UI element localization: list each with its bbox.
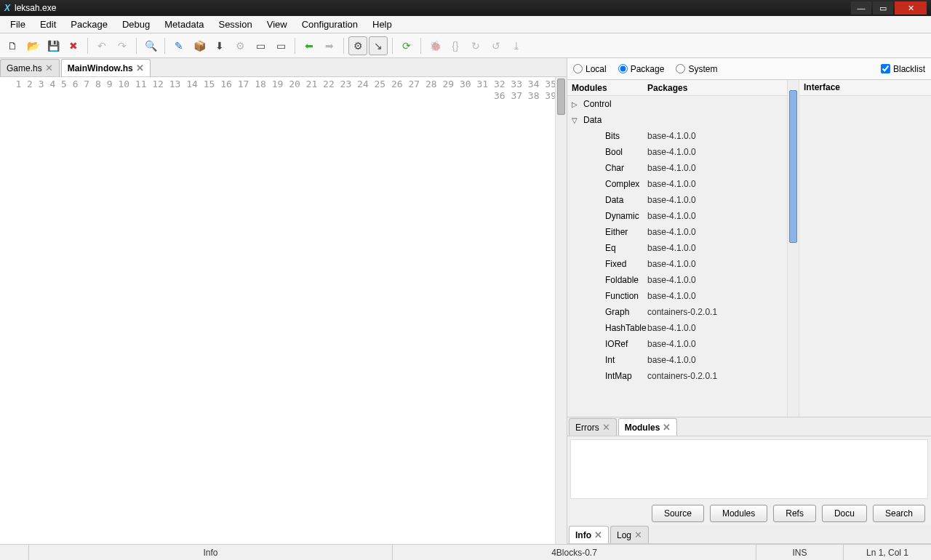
tree-row[interactable]: ▷Control	[567, 96, 787, 112]
close-button[interactable]: ✕	[895, 1, 927, 15]
stepout-icon[interactable]: ↺	[487, 36, 506, 55]
tree-row[interactable]: Boolbase-4.1.0.0	[567, 144, 787, 160]
status-info: Info	[29, 545, 393, 560]
toolbar: 🗋 📂 💾 ✖ ↶ ↷ 🔍 ✎ 📦 ⬇ ⚙ ▭ ▭ ⬅ ➡ ⚙ ↘ ⟳ 🐞 {}…	[0, 33, 931, 58]
step-icon[interactable]: {}	[446, 36, 465, 55]
tab-errors[interactable]: Errors✕	[569, 418, 617, 436]
tree-row[interactable]: Graphcontainers-0.2.0.1	[567, 304, 787, 320]
tree-row[interactable]: Dynamicbase-4.1.0.0	[567, 208, 787, 224]
tree-row[interactable]: Foldablebase-4.1.0.0	[567, 272, 787, 288]
open-file-icon[interactable]: 📂	[23, 36, 42, 55]
forward-icon[interactable]: ➡	[320, 36, 339, 55]
continue-icon[interactable]: ⤓	[507, 36, 526, 55]
gear1-icon[interactable]: ⚙	[348, 36, 367, 55]
tree-row[interactable]: Eqbase-4.1.0.0	[567, 240, 787, 256]
module-tree[interactable]: ModulesPackages ▷Control▽DataBitsbase-4.…	[567, 80, 787, 417]
maximize-button[interactable]: ▭	[873, 1, 893, 15]
menu-help[interactable]: Help	[365, 17, 399, 31]
editor-scrollbar[interactable]	[555, 77, 567, 544]
app-icon: X	[4, 3, 10, 13]
stepover-icon[interactable]: ↻	[466, 36, 485, 55]
run-icon[interactable]: ⚙	[231, 36, 249, 55]
search-icon[interactable]: 🔍	[141, 36, 160, 55]
save-icon[interactable]: 💾	[44, 36, 63, 55]
doc-icon[interactable]: ▭	[251, 36, 270, 55]
title-bar: X leksah.exe — ▭ ✕	[0, 0, 931, 16]
tree-row[interactable]: Database-4.1.0.0	[567, 192, 787, 208]
config-icon[interactable]: ▭	[271, 36, 290, 55]
menu-bar: File Edit Package Debug Metadata Session…	[0, 16, 931, 33]
scope-package[interactable]: Package	[618, 64, 665, 74]
menu-view[interactable]: View	[260, 17, 295, 31]
clean-icon[interactable]: ✎	[169, 36, 188, 55]
debug-icon[interactable]: 🐞	[425, 36, 444, 55]
refresh-icon[interactable]: ⟳	[397, 36, 416, 55]
back-icon[interactable]: ⬅	[300, 36, 319, 55]
search-button[interactable]: Search	[873, 505, 925, 522]
gear2-icon[interactable]: ↘	[369, 36, 388, 55]
info-panel	[570, 439, 928, 499]
tree-row[interactable]: Complexbase-4.1.0.0	[567, 176, 787, 192]
tree-row[interactable]: Charbase-4.1.0.0	[567, 160, 787, 176]
close-icon[interactable]: ✕	[634, 529, 642, 540]
undo-icon[interactable]: ↶	[92, 36, 111, 55]
tree-row[interactable]: IORefbase-4.1.0.0	[567, 336, 787, 352]
close-file-icon[interactable]: ✖	[64, 36, 83, 55]
blacklist-check[interactable]: Blacklist	[881, 64, 925, 74]
status-ins: INS	[756, 545, 844, 560]
scope-filter: Local Package System Blacklist	[567, 58, 931, 80]
menu-debug[interactable]: Debug	[115, 17, 157, 31]
tree-row[interactable]: Functionbase-4.1.0.0	[567, 288, 787, 304]
menu-edit[interactable]: Edit	[33, 17, 63, 31]
menu-session[interactable]: Session	[211, 17, 259, 31]
menu-package[interactable]: Package	[63, 17, 115, 31]
package-icon[interactable]: 📦	[190, 36, 209, 55]
tree-row[interactable]: ▽Data	[567, 112, 787, 128]
close-icon[interactable]: ✕	[663, 422, 671, 433]
status-package: 4Blocks-0.7	[393, 545, 756, 560]
source-button[interactable]: Source	[652, 505, 704, 522]
menu-file[interactable]: File	[3, 17, 33, 31]
tree-row[interactable]: Eitherbase-4.1.0.0	[567, 224, 787, 240]
menu-configuration[interactable]: Configuration	[295, 17, 365, 31]
scope-local[interactable]: Local	[573, 64, 607, 74]
redo-icon[interactable]: ↷	[113, 36, 132, 55]
refs-button[interactable]: Refs	[773, 505, 816, 522]
tab-game[interactable]: Game.hs✕	[0, 59, 60, 76]
close-icon[interactable]: ✕	[602, 422, 610, 433]
menu-metadata[interactable]: Metadata	[157, 17, 211, 31]
close-icon[interactable]: ✕	[45, 63, 53, 73]
docu-button[interactable]: Docu	[822, 505, 867, 522]
tree-row[interactable]: HashTablebase-4.1.0.0	[567, 320, 787, 336]
close-icon[interactable]: ✕	[594, 529, 602, 540]
status-position: Ln 1, Col 1	[844, 545, 931, 560]
tab-modules[interactable]: Modules✕	[618, 418, 678, 436]
close-icon[interactable]: ✕	[136, 63, 144, 73]
tab-log[interactable]: Log✕	[610, 526, 649, 543]
build-icon[interactable]: ⬇	[210, 36, 229, 55]
tree-row[interactable]: Fixedbase-4.1.0.0	[567, 256, 787, 272]
new-file-icon[interactable]: 🗋	[3, 36, 22, 55]
tab-mainwindow[interactable]: MainWindow.hs✕	[61, 59, 151, 76]
scope-system[interactable]: System	[676, 64, 717, 74]
code-editor[interactable]: 1 2 3 4 5 6 7 8 9 10 11 12 13 14 15 16 1…	[0, 77, 567, 544]
window-title: leksah.exe	[15, 3, 56, 13]
tab-info[interactable]: Info✕	[569, 526, 609, 543]
tree-row[interactable]: Bitsbase-4.1.0.0	[567, 128, 787, 144]
status-bar: Info 4Blocks-0.7 INS Ln 1, Col 1	[0, 544, 931, 560]
line-gutter: 1 2 3 4 5 6 7 8 9 10 11 12 13 14 15 16 1…	[0, 77, 561, 544]
minimize-button[interactable]: —	[851, 1, 871, 15]
tree-row[interactable]: Intbase-4.1.0.0	[567, 352, 787, 368]
tree-scrollbar[interactable]	[787, 80, 799, 417]
editor-tabs: Game.hs✕ MainWindow.hs✕	[0, 58, 567, 77]
modules-button[interactable]: Modules	[710, 505, 767, 522]
interface-column: Interface	[799, 80, 931, 417]
tree-row[interactable]: IntMapcontainers-0.2.0.1	[567, 368, 787, 384]
